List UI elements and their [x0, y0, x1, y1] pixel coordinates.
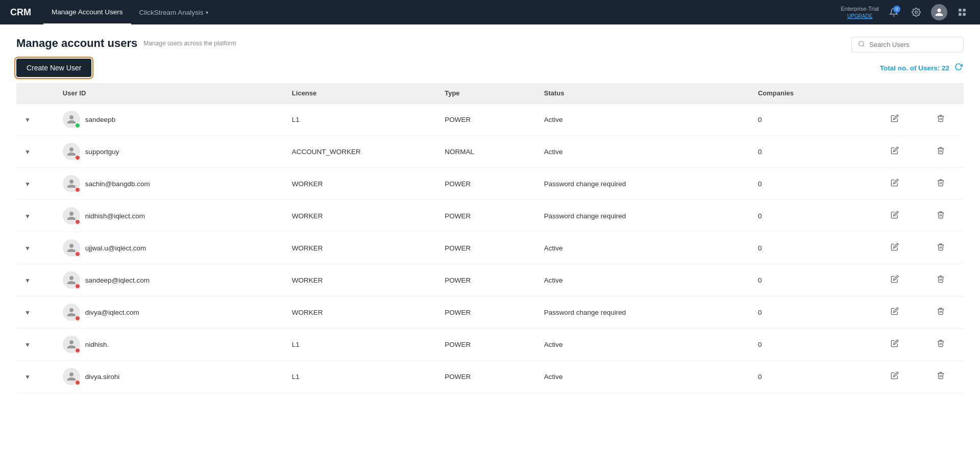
nav-link-clickstream-analysis[interactable]: ClickStream Analysis ▾ — [131, 0, 216, 24]
user-username: divya@iqlect.com — [85, 309, 139, 316]
delete-button[interactable] — [935, 273, 947, 287]
col-header-edit — [872, 83, 918, 104]
user-type: POWER — [436, 232, 536, 264]
table-row: ▼ sandeepb L1 POWER Active 0 — [16, 104, 964, 136]
row-expand-arrow[interactable]: ▼ — [24, 181, 31, 188]
row-expand-arrow[interactable]: ▼ — [24, 245, 31, 252]
delete-button[interactable] — [935, 369, 947, 384]
user-type: POWER — [436, 329, 536, 361]
nav-link-manage-account-users[interactable]: Manage Account Users — [43, 0, 131, 24]
user-status: Password change required — [536, 168, 750, 200]
user-companies: 0 — [750, 296, 872, 329]
delete-button[interactable] — [935, 209, 947, 223]
col-header-status: Status — [536, 83, 750, 104]
notification-button[interactable]: 0 — [886, 5, 901, 20]
row-expand-arrow[interactable]: ▼ — [24, 116, 31, 123]
status-dot — [75, 251, 80, 257]
status-dot — [75, 155, 80, 160]
user-license: WORKER — [284, 168, 436, 200]
user-username: nidhish@iqlect.com — [85, 212, 145, 220]
table-row: ▼ sachin@bangdb.com WORKER POWER Passwor… — [16, 168, 964, 200]
row-expand-arrow[interactable]: ▼ — [24, 341, 31, 348]
user-companies: 0 — [750, 168, 872, 200]
row-expand-arrow[interactable]: ▼ — [24, 277, 31, 284]
user-license: WORKER — [284, 200, 436, 232]
user-license: WORKER — [284, 296, 436, 329]
user-username: ujjwal.u@iqlect.com — [85, 244, 146, 252]
status-dot — [75, 348, 80, 353]
main-content: Manage account users Manage users across… — [0, 24, 980, 454]
delete-button[interactable] — [935, 241, 947, 255]
delete-button[interactable] — [935, 144, 947, 159]
status-dot — [75, 219, 80, 224]
user-license: L1 — [284, 361, 436, 393]
topnav: CRM Manage Account Users ClickStream Ana… — [0, 0, 980, 24]
user-companies: 0 — [750, 329, 872, 361]
edit-button[interactable] — [889, 337, 901, 351]
delete-button[interactable] — [935, 112, 947, 127]
col-header-license: License — [284, 83, 436, 104]
row-expand-arrow[interactable]: ▼ — [24, 309, 31, 316]
delete-button[interactable] — [935, 176, 947, 191]
page-subtitle: Manage users across the platform — [143, 40, 236, 47]
col-header-companies: Companies — [750, 83, 872, 104]
user-status: Active — [536, 232, 750, 264]
user-type: POWER — [436, 104, 536, 136]
col-header-type: Type — [436, 83, 536, 104]
status-dot — [75, 187, 80, 192]
row-expand-arrow[interactable]: ▼ — [24, 373, 31, 381]
table-row: ▼ nidhish. L1 POWER Active 0 — [16, 329, 964, 361]
user-companies: 0 — [750, 361, 872, 393]
edit-button[interactable] — [889, 241, 901, 255]
table-row: ▼ ujjwal.u@iqlect.com WORKER POWER Activ… — [16, 232, 964, 264]
row-expand-arrow[interactable]: ▼ — [24, 213, 31, 220]
delete-button[interactable] — [935, 337, 947, 351]
refresh-button[interactable] — [953, 62, 964, 74]
settings-button[interactable] — [909, 5, 924, 20]
notif-badge: 0 — [893, 6, 900, 13]
user-username: divya.sirohi — [85, 373, 120, 381]
svg-point-0 — [915, 11, 918, 14]
table-row: ▼ nidhish@iqlect.com WORKER POWER Passwo… — [16, 200, 964, 232]
col-header-expand — [16, 83, 55, 104]
edit-button[interactable] — [889, 369, 901, 384]
page-title: Manage account users — [16, 37, 137, 50]
edit-button[interactable] — [889, 144, 901, 159]
nav-links: Manage Account Users ClickStream Analysi… — [43, 0, 841, 24]
col-header-delete — [918, 83, 964, 104]
user-companies: 0 — [750, 104, 872, 136]
user-username: nidhish. — [85, 341, 109, 348]
user-type: POWER — [436, 264, 536, 296]
svg-rect-3 — [959, 13, 961, 16]
user-status: Active — [536, 329, 750, 361]
dropdown-arrow-icon: ▾ — [206, 10, 208, 15]
user-license: ACCOUNT_WORKER — [284, 136, 436, 168]
edit-button[interactable] — [889, 305, 901, 319]
grid-menu-button[interactable] — [954, 5, 970, 20]
edit-button[interactable] — [889, 112, 901, 127]
edit-button[interactable] — [889, 273, 901, 287]
col-header-userid: User ID — [55, 83, 284, 104]
user-companies: 0 — [750, 136, 872, 168]
edit-button[interactable] — [889, 209, 901, 223]
table-row: ▼ supportguy ACCOUNT_WORKER NORMAL Activ… — [16, 136, 964, 168]
svg-rect-4 — [963, 13, 966, 16]
search-bar[interactable] — [851, 37, 964, 53]
user-license: WORKER — [284, 232, 436, 264]
user-username: sandeep@iqlect.com — [85, 276, 150, 284]
page-title-area: Manage account users Manage users across… — [16, 37, 236, 50]
delete-button[interactable] — [935, 305, 947, 319]
search-input[interactable] — [869, 41, 957, 48]
user-type: POWER — [436, 200, 536, 232]
edit-button[interactable] — [889, 176, 901, 191]
topnav-right: Enterprise-Trial UPGRADE 0 — [841, 4, 970, 20]
user-status: Active — [536, 104, 750, 136]
user-avatar[interactable] — [931, 4, 947, 20]
total-users-label: Total no. of Users: 22 — [880, 64, 949, 72]
page-header: Manage account users Manage users across… — [16, 37, 964, 53]
user-status: Active — [536, 136, 750, 168]
search-icon — [858, 40, 865, 49]
user-username: sachin@bangdb.com — [85, 180, 150, 188]
row-expand-arrow[interactable]: ▼ — [24, 148, 31, 156]
create-new-user-button[interactable]: Create New User — [16, 59, 91, 77]
